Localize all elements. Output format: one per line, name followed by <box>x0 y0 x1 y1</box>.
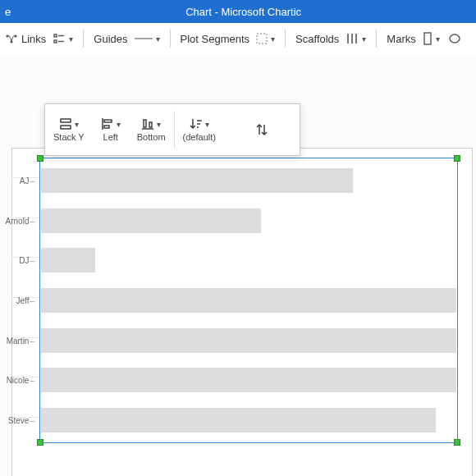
marks-button[interactable]: Marks ▾ <box>387 32 460 45</box>
stack-y-label: Stack Y <box>53 132 85 142</box>
resize-handle-tr[interactable] <box>454 155 460 162</box>
resize-handle-br[interactable] <box>454 439 460 446</box>
y-axis-labels: AJArnoldDJJeffMartinNicoleSteve <box>0 158 38 443</box>
plot-segments-button[interactable]: Plot Segments ▾ <box>181 33 276 45</box>
align-bottom-label: Bottom <box>137 132 166 142</box>
chevron-down-icon: ▾ <box>205 120 209 129</box>
chevron-down-icon: ▾ <box>436 34 440 43</box>
list-options-button[interactable]: ▾ <box>53 32 73 45</box>
chevron-down-icon: ▾ <box>117 120 121 129</box>
align-bottom-icon <box>141 117 154 130</box>
swap-icon <box>255 122 268 137</box>
links-icon <box>5 32 18 45</box>
layout-options-panel: ▾ Stack Y ▾ Left ▾ Bottom <box>44 103 300 156</box>
stack-y-icon <box>59 117 72 130</box>
links-label: Links <box>21 33 46 45</box>
sort-default-label: (default) <box>183 132 216 142</box>
plot-selection-frame[interactable] <box>39 158 458 443</box>
separator <box>285 30 286 48</box>
guide-line-icon <box>135 34 153 43</box>
y-axis-label: DJ <box>19 256 34 265</box>
links-button[interactable]: Links <box>5 32 46 45</box>
y-axis-label: Jeff <box>16 296 35 305</box>
separator <box>83 30 84 48</box>
svg-rect-15 <box>61 126 71 129</box>
y-axis-label: Martin <box>7 336 34 345</box>
plot-segments-icon <box>256 33 268 44</box>
separator <box>170 30 171 48</box>
svg-rect-3 <box>54 34 57 37</box>
chevron-down-icon: ▾ <box>156 34 160 43</box>
svg-rect-17 <box>104 120 112 122</box>
list-icon <box>53 32 66 45</box>
resize-handle-tl[interactable] <box>37 155 43 162</box>
svg-rect-14 <box>61 119 71 122</box>
window-title: Chart - Microsoft Chartic <box>11 6 476 18</box>
stack-y-button[interactable]: ▾ Stack Y <box>45 104 93 155</box>
svg-rect-20 <box>144 120 146 127</box>
chevron-down-icon: ▾ <box>75 120 79 129</box>
svg-rect-21 <box>149 122 152 127</box>
svg-rect-8 <box>257 34 267 43</box>
marks-label: Marks <box>387 33 415 45</box>
sort-icon <box>190 117 203 130</box>
guides-button[interactable]: Guides ▾ <box>94 33 159 45</box>
plot-segments-label: Plot Segments <box>181 33 250 45</box>
chart-canvas[interactable]: AJArnoldDJJeffMartinNicoleSteve ▾ Stack … <box>0 54 476 476</box>
svg-rect-5 <box>54 40 57 43</box>
align-left-icon <box>101 117 114 130</box>
resize-handle-bl[interactable] <box>37 439 43 446</box>
scaffolds-icon <box>346 32 359 45</box>
svg-point-13 <box>450 34 460 43</box>
chevron-down-icon: ▾ <box>271 34 275 43</box>
align-bottom-button[interactable]: ▾ Bottom <box>129 104 174 155</box>
y-axis-label: Steve <box>8 415 34 424</box>
align-left-label: Left <box>103 132 118 142</box>
title-left-fragment: e <box>0 6 11 18</box>
y-axis-label: Arnold <box>6 216 34 225</box>
title-bar: e Chart - Microsoft Chartic <box>0 0 476 23</box>
sort-default-button[interactable]: ▾ (default) <box>175 104 224 155</box>
chevron-down-icon: ▾ <box>157 120 161 129</box>
y-axis-label: AJ <box>20 176 34 185</box>
separator <box>376 30 377 48</box>
svg-rect-18 <box>104 126 109 128</box>
marks-rect-icon <box>423 32 433 45</box>
scaffolds-label: Scaffolds <box>295 33 339 45</box>
svg-rect-12 <box>424 33 431 44</box>
ribbon-toolbar: Links ▾ Guides ▾ Plot Segments ▾ Scaffol… <box>0 23 476 55</box>
chevron-down-icon: ▾ <box>362 34 366 43</box>
guides-label: Guides <box>94 33 127 45</box>
y-axis-label: Nicole <box>7 376 34 385</box>
align-left-button[interactable]: ▾ Left <box>93 104 129 155</box>
chevron-down-icon: ▾ <box>69 34 73 43</box>
scaffolds-button[interactable]: Scaffolds ▾ <box>295 32 366 45</box>
swap-axes-button[interactable] <box>224 104 300 155</box>
marks-ellipse-icon <box>448 32 461 45</box>
